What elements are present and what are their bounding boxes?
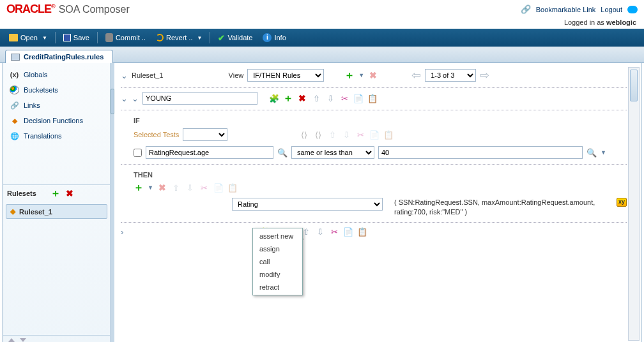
database-icon [105, 33, 113, 42]
palette-icon [10, 86, 19, 94]
test-down-button[interactable]: ⇩ [341, 130, 351, 140]
save-button[interactable]: Save [58, 32, 95, 43]
disk-icon [63, 34, 71, 41]
rulesets-section-label: Rulesets [7, 190, 36, 197]
link-small-icon: 🔗 [10, 101, 19, 110]
decision-icon: ◆ [10, 116, 19, 125]
revert-icon [156, 34, 164, 41]
link-icon: 🔗 [521, 4, 531, 14]
test-up-button[interactable]: ⇧ [327, 130, 337, 140]
help-icon[interactable] [627, 6, 638, 13]
rule-move-down-button[interactable]: ⇩ [325, 93, 335, 103]
collapse-rule-button[interactable]: ⌄ [121, 94, 128, 103]
page-next-button[interactable]: ⇨ [480, 68, 489, 82]
then-up-button[interactable]: ⇧ [171, 182, 181, 193]
scrollbar[interactable] [628, 67, 640, 341]
operator-select[interactable]: same or less than [291, 146, 374, 159]
then-add-menu: assert new assign call modify retract [252, 228, 303, 295]
page-prev-button[interactable]: ⇦ [411, 68, 421, 82]
rule-cut-button[interactable]: ✂ [339, 93, 349, 103]
condition-value-input[interactable] [378, 146, 583, 159]
collapse-ruleset-button[interactable]: ⌄ [121, 71, 128, 80]
sidebar-item-translations[interactable]: 🌐Translations [6, 128, 107, 144]
app-title: SOA Composer [59, 4, 130, 15]
if-label: IF [134, 117, 627, 124]
move-up-button[interactable] [8, 338, 15, 342]
then-down-button[interactable]: ⇩ [185, 182, 195, 193]
test-paste-button[interactable]: 📋 [383, 130, 394, 140]
then-output-text: ( SSN:RatingRequest.SSN, maxAmount:Ratin… [394, 198, 609, 217]
delete-ruleset-button[interactable]: ✖ [65, 188, 75, 198]
then-delete-button[interactable]: ✖ [157, 182, 167, 193]
view-label: View [229, 71, 244, 79]
globals-icon: (x) [10, 70, 19, 79]
test-row-checkbox[interactable] [134, 149, 142, 157]
view-select[interactable]: IF/THEN Rules [247, 69, 324, 82]
rule2-down-button[interactable]: ⇩ [315, 227, 325, 237]
then-add-dropdown[interactable]: ▼ [148, 184, 153, 191]
folder-icon [9, 34, 18, 41]
then-copy-button[interactable]: 📄 [213, 182, 224, 193]
bookmark-link[interactable]: Bookmarkable Link [536, 6, 596, 13]
rule2-paste-button[interactable]: 📋 [357, 227, 367, 237]
field-lookup-button[interactable]: 🔍 [277, 147, 288, 158]
logged-in-user: weblogic [606, 19, 636, 26]
open-button[interactable]: Open▼ [4, 32, 52, 43]
then-paste-button[interactable]: 📋 [227, 182, 238, 193]
rule-copy-button[interactable]: 📄 [353, 93, 364, 103]
ruleset-entry[interactable]: ◆Ruleset_1 [6, 204, 107, 219]
expand-rule-button[interactable]: ⌄ [132, 94, 139, 103]
sidebar-item-globals[interactable]: (x)Globals [6, 67, 107, 82]
validate-button[interactable]: ✔Validate [213, 31, 257, 45]
value-lookup-button[interactable]: 🔍 [586, 147, 597, 158]
tab-title: CreditRatingRules.rules [24, 53, 103, 61]
logout-link[interactable]: Logout [601, 6, 622, 13]
menu-call[interactable]: call [253, 255, 302, 268]
ruleset-name-label: Ruleset_1 [132, 71, 164, 79]
condition-more-button[interactable]: ▼ [601, 149, 606, 156]
rule2-cut-button[interactable]: ✂ [329, 227, 339, 237]
add-ruleset-button[interactable]: ＋ [50, 188, 61, 198]
collapse-next-rule-button[interactable]: › [121, 227, 123, 237]
commit-button[interactable]: Commit .. [100, 31, 151, 44]
rule-delete-button[interactable]: ✖ [297, 93, 307, 103]
sidebar-item-decision-functions[interactable]: ◆Decision Functions [6, 113, 107, 128]
then-add-button[interactable]: ＋ [134, 182, 144, 193]
sidebar-footer [3, 335, 110, 342]
scrollbar-thumb[interactable] [630, 70, 638, 101]
selected-tests-label: Selected Tests [134, 131, 179, 138]
check-icon: ✔ [218, 33, 225, 43]
pager-select[interactable]: 1-3 of 3 [425, 69, 476, 82]
add-rule-dropdown[interactable]: ▼ [358, 72, 364, 78]
then-cut-button[interactable]: ✂ [199, 182, 210, 193]
info-button[interactable]: iInfo [257, 31, 291, 44]
sidebar-item-links[interactable]: 🔗Links [6, 98, 107, 113]
sidebar-item-bucketsets[interactable]: Bucketsets [6, 82, 107, 98]
test-ungroup-button[interactable]: ⟨⟩ [313, 130, 323, 140]
then-value-select[interactable]: Rating [232, 198, 383, 211]
test-cut-button[interactable]: ✂ [355, 130, 365, 140]
tab-rules-file[interactable]: CreditRatingRules.rules [5, 50, 113, 64]
menu-retract[interactable]: retract [253, 281, 302, 294]
xy-button[interactable]: xy [617, 198, 627, 207]
info-icon: i [263, 33, 272, 42]
menu-assign[interactable]: assign [253, 242, 302, 255]
selected-tests-select[interactable] [183, 128, 227, 141]
rule2-copy-button[interactable]: 📄 [343, 227, 353, 237]
add-rule-button[interactable]: ＋ [344, 70, 355, 80]
book-icon [11, 54, 20, 61]
rule-paste-button[interactable]: 📋 [367, 93, 378, 103]
menu-assert-new[interactable]: assert new [253, 230, 302, 242]
revert-button[interactable]: Revert ..▼ [151, 32, 208, 43]
rule-move-up-button[interactable]: ⇧ [311, 93, 321, 103]
rule-name-input[interactable] [142, 92, 257, 105]
test-group-button[interactable]: ⟨⟩ [299, 130, 309, 140]
rule-options-button[interactable]: 🧩 [269, 93, 279, 103]
move-down-button[interactable] [20, 338, 26, 342]
rule-add-button[interactable]: ＋ [283, 93, 293, 103]
condition-field-input[interactable] [146, 146, 273, 159]
menu-modify[interactable]: modify [253, 268, 302, 281]
test-copy-button[interactable]: 📄 [369, 130, 379, 140]
delete-rule-button[interactable]: ✖ [368, 70, 378, 80]
logged-in-prefix: Logged in as [564, 19, 604, 26]
